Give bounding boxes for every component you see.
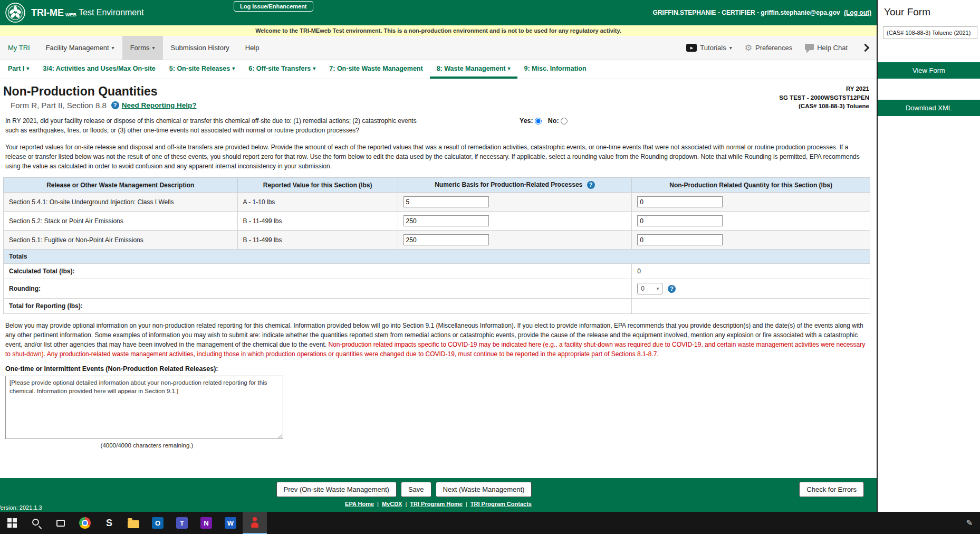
teams-icon: T bbox=[176, 517, 188, 529]
tutorials-menu[interactable]: ▶ Tutorials ▾ bbox=[680, 44, 738, 52]
user-identity: GRIFFIN.STEPHANIE - CERTIFIER - griffin.… bbox=[653, 9, 840, 16]
form-nav-offsite-transfers[interactable]: 6: Off-site Transfers ▾ bbox=[242, 60, 322, 79]
page-subtitle-row: Form R, Part II, Section 8.8 ? Need Repo… bbox=[11, 101, 197, 110]
chrome-icon bbox=[79, 517, 91, 529]
caret-down-icon: ▾ bbox=[152, 45, 155, 51]
nav-item-forms[interactable]: Forms ▾ bbox=[122, 36, 163, 60]
facility-name: SG TEST - 2000WSGTST12PEN bbox=[779, 93, 869, 102]
your-form-sidebar: Your Form (CAS# 108-88-3) Toluene (2021)… bbox=[878, 0, 980, 512]
caret-down-icon: ▾ bbox=[508, 65, 511, 71]
form-nav-onsite-releases[interactable]: 5: On-site Releases ▾ bbox=[162, 60, 242, 79]
non-production-qty-input[interactable] bbox=[637, 234, 723, 245]
events-textarea[interactable]: [Please provide optional detailed inform… bbox=[5, 376, 283, 439]
teams-taskbar-button[interactable]: T bbox=[170, 512, 194, 534]
caret-down-icon: ▾ bbox=[26, 65, 29, 71]
footer-link-tri-program-home[interactable]: TRI Program Home bbox=[410, 501, 463, 507]
intro-paragraph: Your reported values for on-site release… bbox=[3, 142, 870, 171]
help-chat-button[interactable]: Help Chat bbox=[799, 44, 854, 52]
non-production-qty-input[interactable] bbox=[637, 215, 723, 226]
word-icon: W bbox=[225, 517, 236, 529]
screen: TRI-ME WEB Test Environment Log Issue/En… bbox=[0, 0, 980, 534]
start-button[interactable] bbox=[0, 512, 24, 534]
download-xml-button[interactable]: Download XML bbox=[878, 100, 980, 116]
main-column: TRI-ME WEB Test Environment Log Issue/En… bbox=[0, 0, 878, 512]
help-circle-icon[interactable]: ? bbox=[111, 101, 119, 109]
col-header-non-production-qty: Non-Production Related Quantity for this… bbox=[632, 178, 870, 193]
check-for-errors-button[interactable]: Check for Errors bbox=[799, 482, 864, 497]
help-circle-icon[interactable]: ? bbox=[587, 181, 595, 189]
page-title: Non-Production Quantities bbox=[3, 84, 197, 99]
next-button[interactable]: Next (Waste Management) bbox=[436, 482, 532, 497]
form-nav-onsite-waste-management[interactable]: 7: On-site Waste Management bbox=[322, 60, 429, 79]
footer-link-tri-program-contacts[interactable]: TRI Program Contacts bbox=[470, 501, 532, 507]
numeric-basis-input[interactable] bbox=[403, 215, 489, 226]
question-row: In RY 2021, did your facility release or… bbox=[3, 116, 870, 135]
form-selector[interactable]: (CAS# 108-88-3) Toluene (2021) bbox=[883, 26, 977, 39]
word-taskbar-button[interactable]: W bbox=[218, 512, 243, 534]
epa-logo-icon bbox=[5, 2, 26, 23]
save-button[interactable]: Save bbox=[401, 482, 431, 497]
body-row: TRI-ME WEB Test Environment Log Issue/En… bbox=[0, 0, 980, 512]
brand: TRI-ME WEB Test Environment bbox=[5, 2, 144, 23]
logout-link[interactable]: (Log out) bbox=[844, 9, 871, 16]
user-info: GRIFFIN.STEPHANIE - CERTIFIER - griffin.… bbox=[653, 9, 871, 16]
totals-header-row: Totals bbox=[4, 250, 870, 264]
chevron-right-icon[interactable] bbox=[861, 44, 870, 52]
total-reporting-row: Total for Reporting (lbs): bbox=[4, 299, 870, 314]
numeric-basis-input[interactable] bbox=[403, 234, 489, 245]
s-app-taskbar-button[interactable]: S bbox=[97, 512, 121, 534]
gear-icon: ⚙ bbox=[745, 43, 752, 53]
numeric-basis-input[interactable] bbox=[403, 196, 489, 207]
nav-buttons-row: Prev (On-site Waste Management) Save Nex… bbox=[0, 482, 842, 497]
nav-item-help[interactable]: Help bbox=[237, 36, 267, 60]
need-reporting-help-link[interactable]: Need Reporting Help? bbox=[122, 101, 197, 109]
caret-down-icon: ▾ bbox=[112, 45, 114, 51]
row-reported-value: B - 11-499 lbs bbox=[237, 212, 398, 231]
form-nav-waste-management[interactable]: 8: Waste Management ▾ bbox=[430, 60, 517, 79]
footer-link-epa-home[interactable]: EPA Home bbox=[345, 501, 374, 507]
help-circle-icon[interactable]: ? bbox=[668, 285, 676, 293]
active-app-icon bbox=[249, 517, 260, 528]
yes-radio[interactable] bbox=[535, 118, 542, 125]
outlook-icon: O bbox=[152, 517, 164, 529]
chrome-taskbar-button[interactable] bbox=[73, 512, 97, 534]
caret-down-icon: ▾ bbox=[729, 45, 732, 51]
non-production-qty-input[interactable] bbox=[637, 196, 723, 207]
table-row: Section 5.4.1: On-site Underground Injec… bbox=[4, 193, 870, 212]
page-subtitle: Form R, Part II, Section 8.8 bbox=[11, 101, 107, 110]
row-description: Section 5.4.1: On-site Underground Injec… bbox=[4, 193, 238, 212]
form-nav-activities-uses[interactable]: 3/4: Activities and Uses/Max On-site bbox=[36, 60, 162, 79]
prev-button[interactable]: Prev (On-site Waste Management) bbox=[276, 482, 397, 497]
log-issue-button[interactable]: Log Issue/Enhancement bbox=[234, 1, 313, 12]
onenote-icon: N bbox=[200, 517, 212, 529]
task-view-button[interactable] bbox=[49, 512, 73, 534]
search-icon bbox=[32, 519, 39, 526]
calculated-total-value: 0 bbox=[632, 264, 870, 279]
question-text: In RY 2021, did your facility release or… bbox=[5, 116, 425, 135]
yes-no-radio-group: Yes: No: bbox=[520, 116, 574, 135]
test-environment-banner: Welcome to the TRI-MEweb Test environmen… bbox=[0, 25, 877, 36]
preferences-button[interactable]: ⚙ Preferences bbox=[738, 43, 799, 53]
nav-item-submission-history[interactable]: Submission History bbox=[163, 36, 237, 60]
app-header: TRI-ME WEB Test Environment Log Issue/En… bbox=[0, 0, 877, 25]
outlook-taskbar-button[interactable]: O bbox=[146, 512, 170, 534]
table-row: Section 5.2: Stack or Point Air Emission… bbox=[4, 212, 870, 231]
need-reporting-help: ? Need Reporting Help? bbox=[111, 101, 197, 109]
rounding-select[interactable]: 0 ▾ bbox=[637, 283, 662, 294]
form-nav-misc-information[interactable]: 9: Misc. Information bbox=[517, 60, 593, 79]
no-radio[interactable] bbox=[561, 118, 568, 125]
form-context-info: RY 2021 SG TEST - 2000WSGTST12PEN (CAS# … bbox=[779, 84, 870, 111]
file-explorer-taskbar-button[interactable] bbox=[121, 512, 146, 534]
onenote-taskbar-button[interactable]: N bbox=[194, 512, 218, 534]
nav-item-facility-management[interactable]: Facility Management ▾ bbox=[38, 36, 122, 60]
form-nav-part-i[interactable]: Part I ▾ bbox=[1, 60, 36, 79]
video-icon: ▶ bbox=[686, 44, 697, 52]
footer-link-mycdx[interactable]: MyCDX bbox=[382, 501, 402, 507]
table-row: Section 5.1: Fugitive or Non-Point Air E… bbox=[4, 231, 870, 250]
view-form-button[interactable]: View Form bbox=[878, 62, 980, 79]
footer-links: EPA Home|MyCDX|TRI Program Home|TRI Prog… bbox=[0, 501, 877, 507]
nav-item-my-tri[interactable]: My TRI bbox=[0, 36, 38, 60]
active-app-taskbar-button[interactable] bbox=[243, 512, 267, 534]
search-button[interactable] bbox=[24, 512, 49, 534]
pen-tray-button[interactable]: ✎ bbox=[966, 518, 980, 528]
